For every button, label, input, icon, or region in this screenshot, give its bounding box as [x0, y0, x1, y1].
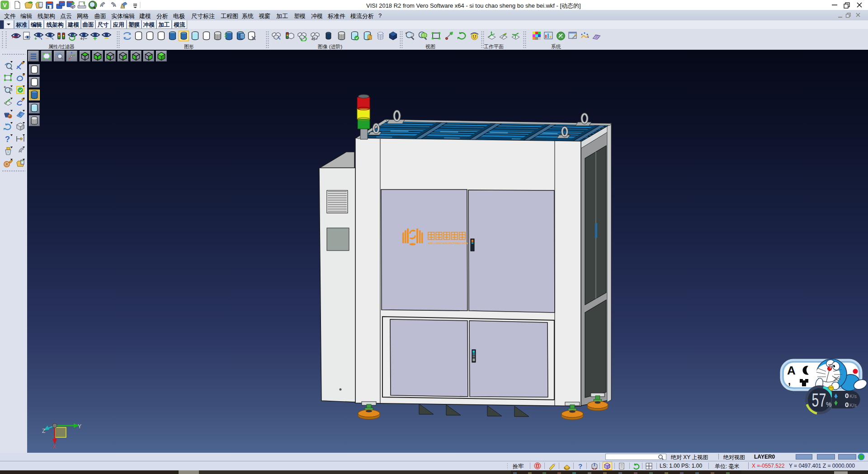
svg-text:?: ?: [578, 462, 582, 470]
svg-text:+: +: [34, 36, 37, 41]
svg-text:0: 0: [845, 392, 849, 399]
svg-text:+/−: +/−: [80, 36, 87, 41]
svg-text:+/−: +/−: [311, 37, 318, 41]
svg-text:K/s: K/s: [849, 393, 857, 399]
svg-text:57: 57: [812, 389, 826, 411]
svg-text:K/s: K/s: [849, 403, 857, 408]
svg-text:+: +: [93, 35, 97, 41]
svg-text:V: V: [3, 2, 7, 9]
svg-text:−: −: [104, 34, 108, 41]
svg-text:,: ,: [788, 375, 791, 387]
svg-text:0: 0: [845, 401, 849, 408]
svg-text:−: −: [46, 35, 49, 41]
svg-text:%: %: [826, 401, 831, 408]
